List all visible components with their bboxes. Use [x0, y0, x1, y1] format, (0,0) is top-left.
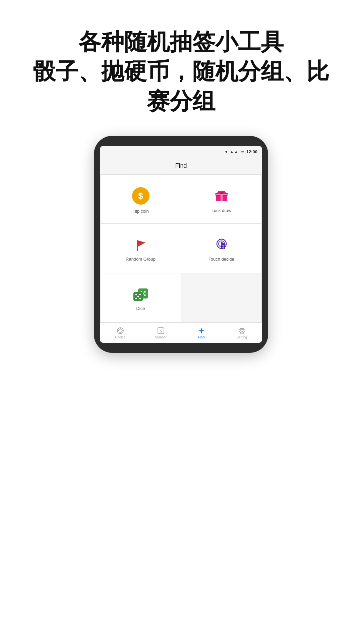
nav-setting[interactable]: Setting — [222, 323, 262, 343]
flip-coin-item[interactable]: $ Flip coin — [101, 175, 181, 223]
bottom-navigation: Choice 5 Number Find — [100, 323, 262, 343]
status-bar: ▾ ▲▲ ▭ 12:00 — [100, 146, 262, 158]
find-nav-label: Find — [198, 335, 204, 339]
app-title: Find — [175, 162, 187, 169]
touch-decide-label: Touch decide — [208, 257, 234, 262]
gift-icon — [214, 188, 229, 204]
pointer-icon — [214, 238, 229, 253]
phone-mockup: ▾ ▲▲ ▭ 12:00 Find $ Flip coin — [94, 136, 268, 353]
svg-point-12 — [144, 291, 145, 293]
setting-nav-icon — [238, 327, 246, 334]
random-group-item[interactable]: Random Group — [101, 224, 181, 273]
touch-decide-item[interactable]: Touch decide — [181, 224, 261, 273]
dice-label: Dice — [136, 306, 145, 311]
nav-choice[interactable]: Choice — [100, 323, 140, 343]
svg-point-17 — [135, 294, 137, 296]
app-bar: Find — [100, 158, 262, 174]
hero-title: 各种随机抽签小工具 骰子、抛硬币，随机分组、比赛分组 — [27, 27, 335, 116]
svg-point-18 — [139, 294, 141, 296]
nav-find[interactable]: Find — [181, 323, 222, 343]
choice-nav-label: Choice — [115, 335, 125, 339]
dice-item[interactable]: Dice — [101, 273, 181, 322]
empty-slot — [181, 273, 261, 322]
setting-nav-label: Setting — [237, 335, 247, 339]
coin-icon-bg: $ — [132, 187, 149, 205]
svg-point-19 — [135, 298, 137, 300]
luck-draw-label: Luck draw — [212, 208, 231, 213]
wifi-icon: ▾ — [225, 149, 228, 154]
nav-number[interactable]: 5 Number — [140, 323, 181, 343]
svg-text:5: 5 — [160, 329, 162, 333]
dollar-sign-icon: $ — [138, 191, 143, 201]
svg-point-23 — [119, 329, 122, 332]
dice-icon — [132, 287, 149, 302]
svg-point-6 — [220, 192, 223, 194]
svg-rect-7 — [137, 240, 138, 251]
svg-point-21 — [137, 296, 139, 298]
svg-point-30 — [241, 329, 243, 332]
battery-icon: ▭ — [240, 149, 244, 154]
flip-coin-label: Flip coin — [132, 209, 148, 214]
number-nav-label: Number — [155, 335, 167, 339]
phone-screen: ▾ ▲▲ ▭ 12:00 Find $ Flip coin — [100, 146, 262, 343]
random-group-label: Random Group — [126, 257, 156, 262]
number-nav-icon: 5 — [157, 327, 165, 334]
svg-point-15 — [144, 294, 145, 296]
main-grid: $ Flip coin — [100, 174, 262, 323]
signal-icon: ▲▲ — [230, 149, 238, 154]
status-time: 12:00 — [246, 149, 257, 154]
choice-nav-icon — [117, 327, 124, 334]
luck-draw-item[interactable]: Luck draw — [181, 175, 261, 223]
find-nav-icon — [198, 327, 205, 334]
svg-point-20 — [139, 298, 141, 300]
hero-section: 各种随机抽签小工具 骰子、抛硬币，随机分组、比赛分组 — [0, 27, 362, 116]
flag-icon — [133, 238, 148, 253]
